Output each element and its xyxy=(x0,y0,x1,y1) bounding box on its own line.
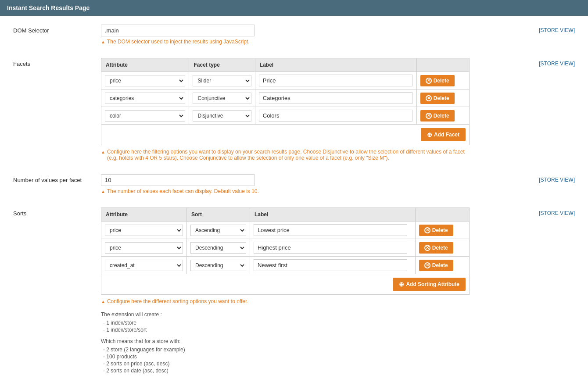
num-values-label: Number of values per facet xyxy=(13,174,101,183)
sorts-footer-row: ⊕ Add Sorting Attribute xyxy=(101,274,470,295)
create-item: - 1 index/store/sort xyxy=(103,327,470,333)
sorts-label: Sorts xyxy=(13,207,101,217)
sort-attribute-select-1[interactable]: price xyxy=(105,242,183,254)
sort-attribute-cell: created_at xyxy=(101,257,187,274)
add-sort-icon: ⊕ xyxy=(399,281,404,288)
facet-type-select-1[interactable]: Slider Conjunctive Disjunctive xyxy=(193,93,251,104)
info-block: The extension will create : - 1 index/st… xyxy=(101,311,470,379)
page-content: DOM Selector ▲ The DOM selector used to … xyxy=(0,16,588,379)
sorts-footer-cell: ⊕ Add Sorting Attribute xyxy=(101,274,470,295)
facets-tbody: price Slider Conjunctive Disjunctive xyxy=(101,72,470,125)
sort-label-input-2[interactable] xyxy=(254,259,407,271)
sort-order-select-0[interactable]: Ascending Descending xyxy=(190,225,246,236)
sort-action-cell: ✕ Delete xyxy=(415,222,469,239)
sort-delete-button-1[interactable]: ✕ Delete xyxy=(419,242,453,254)
add-facet-icon: ⊕ xyxy=(427,131,432,138)
page-title: Instant Search Results Page xyxy=(7,4,90,11)
dom-selector-input[interactable] xyxy=(101,25,255,36)
sorts-field: Attribute Sort Label price xyxy=(101,207,530,379)
facet-label-cell xyxy=(255,72,416,89)
sort-delete-button-0[interactable]: ✕ Delete xyxy=(419,225,453,236)
facet-label-input-0[interactable] xyxy=(259,75,412,86)
sort-row: price Ascending Descending xyxy=(101,239,470,257)
facet-row: color Slider Conjunctive Disjunctive xyxy=(101,107,470,125)
sort-order-cell: Ascending Descending xyxy=(187,257,250,274)
facet-attribute-select-1[interactable]: categories xyxy=(105,93,185,104)
sort-action-cell: ✕ Delete xyxy=(415,239,469,257)
facet-type-select-0[interactable]: Slider Conjunctive Disjunctive xyxy=(193,75,251,86)
sort-delete-icon-2: ✕ xyxy=(424,262,430,268)
sorts-hint-triangle: ▲ xyxy=(101,299,105,304)
sort-attribute-select-2[interactable]: created_at xyxy=(105,260,183,271)
facets-col-attribute: Attribute xyxy=(101,58,189,72)
sort-row: created_at Ascending Descending xyxy=(101,257,470,274)
sorts-store-view[interactable]: [STORE VIEW] xyxy=(539,207,575,216)
create-item: - 1 index/store xyxy=(103,320,470,326)
facet-type-cell: Slider Conjunctive Disjunctive xyxy=(189,107,255,125)
facet-type-cell: Slider Conjunctive Disjunctive xyxy=(189,72,255,89)
dom-selector-store-view[interactable]: [STORE VIEW] xyxy=(539,25,575,33)
sort-label-cell xyxy=(250,257,415,274)
facet-action-cell: ✕ Delete xyxy=(416,107,469,125)
means-intro: Which means that for a store with: xyxy=(101,338,470,344)
facet-delete-button-1[interactable]: ✕ Delete xyxy=(420,93,455,104)
page-header: Instant Search Results Page xyxy=(0,0,588,16)
dom-selector-field: ▲ The DOM selector used to inject the re… xyxy=(101,25,530,45)
sort-label-cell xyxy=(250,239,415,257)
sort-order-cell: Ascending Descending xyxy=(187,222,250,239)
add-facet-button[interactable]: ⊕ Add Facet xyxy=(421,128,466,141)
facets-store-view[interactable]: [STORE VIEW] xyxy=(539,58,575,67)
facet-attribute-cell: price xyxy=(101,72,189,89)
sort-action-cell: ✕ Delete xyxy=(415,257,469,274)
facets-header-row: Attribute Facet type Label xyxy=(101,58,470,72)
sort-attribute-cell: price xyxy=(101,222,187,239)
sorts-col-label: Label xyxy=(250,208,415,222)
sort-delete-button-2[interactable]: ✕ Delete xyxy=(419,260,453,271)
num-hint-triangle: ▲ xyxy=(101,189,105,194)
facet-type-cell: Slider Conjunctive Disjunctive xyxy=(189,89,255,107)
sort-attribute-select-0[interactable]: price xyxy=(105,225,183,236)
facets-footer-cell: ⊕ Add Facet xyxy=(101,125,470,145)
facet-delete-button-0[interactable]: ✕ Delete xyxy=(420,75,455,86)
sort-order-select-2[interactable]: Ascending Descending xyxy=(190,260,246,271)
num-values-row: Number of values per facet ▲ The number … xyxy=(13,174,575,199)
facet-attribute-select-2[interactable]: color xyxy=(105,110,185,122)
facet-action-cell: ✕ Delete xyxy=(416,72,469,89)
facet-attribute-cell: color xyxy=(101,107,189,125)
add-sorting-attribute-button[interactable]: ⊕ Add Sorting Attribute xyxy=(393,278,466,291)
facets-label: Facets xyxy=(13,58,101,67)
means-items-list: - 2 store (2 languages for example) - 10… xyxy=(101,347,470,374)
means-item: - 2 store (2 languages for example) xyxy=(103,347,470,353)
facets-field: Attribute Facet type Label price xyxy=(101,58,530,161)
means-item: - 2 sorts on date (asc, desc) xyxy=(103,368,470,374)
facet-attribute-cell: categories xyxy=(101,89,189,107)
dom-selector-hint: ▲ The DOM selector used to inject the re… xyxy=(101,39,530,45)
facet-label-cell xyxy=(255,107,416,125)
facet-delete-button-2[interactable]: ✕ Delete xyxy=(420,110,455,122)
sorts-hint: ▲ Configure here the different sorting o… xyxy=(101,298,530,304)
facet-type-select-2[interactable]: Slider Conjunctive Disjunctive xyxy=(193,110,251,122)
sort-label-input-1[interactable] xyxy=(254,242,407,254)
sort-order-cell: Ascending Descending xyxy=(187,239,250,257)
facet-label-input-2[interactable] xyxy=(259,110,412,122)
facet-label-input-1[interactable] xyxy=(259,92,412,104)
num-values-hint: ▲ The number of values each facet can di… xyxy=(101,188,530,194)
facet-label-cell xyxy=(255,89,416,107)
facets-row: Facets Attribute Facet type Label p xyxy=(13,58,575,165)
num-values-store-view[interactable]: [STORE VIEW] xyxy=(539,174,575,183)
facet-attribute-select-0[interactable]: price xyxy=(105,75,185,86)
means-item: - 2 sorts on price (asc, desc) xyxy=(103,361,470,367)
sort-order-select-1[interactable]: Ascending Descending xyxy=(190,242,246,254)
delete-icon-1: ✕ xyxy=(426,95,432,101)
hint-triangle-icon: ▲ xyxy=(101,39,105,44)
num-values-input[interactable] xyxy=(101,174,255,186)
dom-selector-label: DOM Selector xyxy=(13,25,101,34)
facets-hint: ▲ Configure here the filtering options y… xyxy=(101,149,470,161)
dom-selector-row: DOM Selector ▲ The DOM selector used to … xyxy=(13,25,575,49)
delete-icon-0: ✕ xyxy=(426,78,432,84)
sort-label-input-0[interactable] xyxy=(254,224,407,236)
facet-row: categories Slider Conjunctive Disjunctiv… xyxy=(101,89,470,107)
sort-row: price Ascending Descending xyxy=(101,222,470,239)
delete-icon-2: ✕ xyxy=(426,113,432,119)
facets-col-facet-type: Facet type xyxy=(189,58,255,72)
